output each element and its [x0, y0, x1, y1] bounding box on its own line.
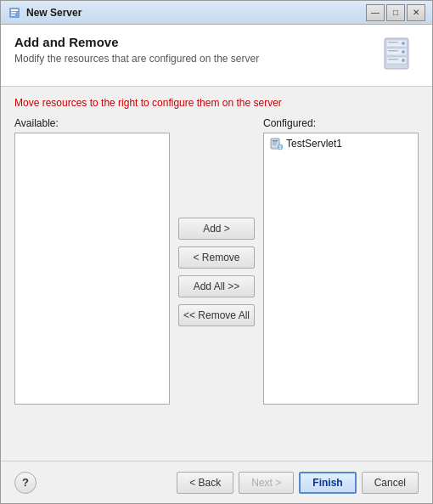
available-panel: Available:	[14, 117, 170, 405]
remove-all-button[interactable]: << Remove All	[178, 304, 255, 326]
minimize-button[interactable]: —	[366, 4, 385, 21]
footer-left: ?	[14, 472, 37, 494]
title-bar: New Server — □ ✕	[1, 1, 432, 25]
svg-point-8	[402, 42, 405, 45]
instruction-text: Move resources to the right to configure…	[14, 97, 419, 109]
footer-right: < Back Next > Finish Cancel	[177, 472, 419, 494]
configured-panel: Configured: S TestServlet1	[263, 117, 419, 405]
configured-label: Configured:	[263, 117, 419, 129]
page-title: Add and Remove	[14, 35, 368, 49]
cancel-button[interactable]: Cancel	[362, 472, 419, 494]
svg-rect-16	[273, 143, 277, 144]
list-item[interactable]: S TestServlet1	[266, 135, 416, 152]
svg-rect-15	[273, 140, 278, 142]
svg-rect-12	[388, 50, 398, 52]
servlet-icon: S	[269, 137, 283, 150]
footer: ? < Back Next > Finish Cancel	[1, 461, 432, 503]
available-list[interactable]	[14, 133, 170, 405]
title-bar-controls: — □ ✕	[366, 4, 425, 21]
svg-rect-3	[11, 14, 15, 16]
servlet-name: TestServlet1	[286, 138, 342, 150]
remove-button[interactable]: < Remove	[178, 246, 255, 269]
action-buttons: Add > < Remove Add All >> << Remove All	[170, 136, 263, 408]
next-button[interactable]: Next >	[239, 472, 294, 494]
server-icon-svg	[378, 35, 419, 76]
add-button[interactable]: Add >	[178, 218, 255, 240]
close-button[interactable]: ✕	[407, 4, 425, 21]
page-subtitle: Modify the resources that are configured…	[14, 53, 368, 65]
svg-rect-11	[388, 42, 398, 43]
finish-button[interactable]: Finish	[299, 472, 356, 494]
window-title: New Server	[26, 7, 366, 19]
svg-point-10	[402, 59, 405, 62]
server-icon	[378, 35, 419, 76]
configured-list[interactable]: S TestServlet1	[263, 133, 419, 405]
svg-point-9	[402, 50, 405, 54]
maximize-button[interactable]: □	[386, 4, 405, 21]
svg-rect-13	[388, 59, 398, 60]
help-button[interactable]: ?	[14, 472, 37, 494]
header-text: Add and Remove Modify the resources that…	[14, 35, 368, 65]
window: New Server — □ ✕ Add and Remove Modify t…	[0, 0, 433, 504]
header-section: Add and Remove Modify the resources that…	[1, 25, 432, 87]
svg-rect-2	[11, 12, 16, 14]
available-label: Available:	[14, 117, 170, 129]
window-icon	[8, 6, 21, 20]
add-all-button[interactable]: Add All >>	[178, 275, 255, 297]
main-body: Move resources to the right to configure…	[1, 87, 432, 461]
panels-row: Available: Add > < Remove Add All >> << …	[14, 117, 419, 450]
svg-rect-1	[11, 9, 18, 11]
svg-rect-17	[273, 144, 276, 145]
content: Add and Remove Modify the resources that…	[1, 25, 432, 503]
back-button[interactable]: < Back	[177, 472, 233, 494]
